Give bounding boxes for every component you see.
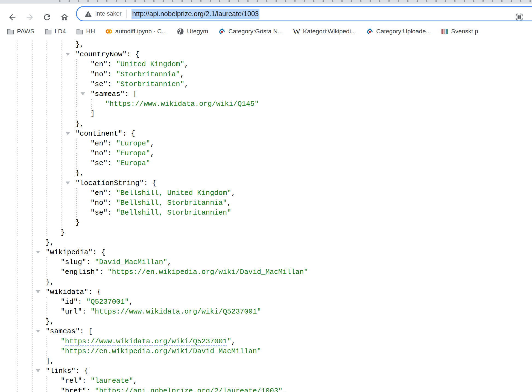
indent-guide xyxy=(32,40,33,392)
json-line: }, xyxy=(0,238,532,247)
json-key: "en" xyxy=(90,139,107,148)
wikipedia-icon: W xyxy=(293,28,300,35)
json-string-value: "https://www.wikidata.org/wiki/Q145" xyxy=(105,100,259,108)
json-string-value: " xyxy=(227,337,232,346)
bookmark-label: LD4 xyxy=(55,28,66,35)
collapse-toggle-icon[interactable] xyxy=(36,251,40,254)
barcode-icon xyxy=(441,28,448,35)
json-punctuation: : { xyxy=(122,130,135,138)
home-icon[interactable] xyxy=(60,13,69,22)
bookmark-item[interactable]: autodiff.ipynb - C... xyxy=(105,28,167,35)
json-line: "sameas": [ xyxy=(0,89,532,99)
json-punctuation: : xyxy=(107,139,116,148)
indent-guide xyxy=(91,99,92,113)
json-line: "en": "Bellshill, United Kingdom", xyxy=(0,188,532,198)
indent-guide xyxy=(76,139,77,173)
bookmark-item[interactable]: Svenskt p xyxy=(441,28,478,35)
json-punctuation: , xyxy=(282,387,287,392)
collapse-toggle-icon[interactable] xyxy=(66,132,70,135)
json-line: } xyxy=(0,218,532,227)
bookmark-item[interactable]: WKategori:Wikipedi... xyxy=(293,28,356,35)
indent-guide xyxy=(46,337,47,361)
json-url-link[interactable]: https://www.wikidata.org/wiki/Q5237001 xyxy=(65,337,227,346)
json-string-value: "David_MacMillan" xyxy=(95,258,167,266)
json-line: "countryNow": { xyxy=(0,49,532,59)
bookmark-item[interactable]: Category:Uploade... xyxy=(366,28,431,35)
collapse-toggle-icon[interactable] xyxy=(66,53,70,56)
warning-triangle-icon[interactable] xyxy=(84,10,92,17)
qr-code-icon[interactable] xyxy=(515,13,523,21)
json-punctuation: : [ xyxy=(80,327,93,335)
indent-guide xyxy=(62,40,62,232)
json-string-value: "https://api.nobelprize.org/2/laureate/1… xyxy=(95,387,283,392)
json-line: "continent": { xyxy=(0,129,532,139)
json-punctuation: , xyxy=(150,149,154,157)
reload-icon[interactable] xyxy=(42,13,52,22)
json-line: ] xyxy=(0,109,532,119)
bookmark-item[interactable]: LD4 xyxy=(45,28,66,35)
json-punctuation: : xyxy=(82,308,90,316)
bookmark-label: Category:Uploade... xyxy=(376,28,431,35)
forward-icon[interactable] xyxy=(25,13,34,22)
json-string-value: "Europe" xyxy=(116,139,150,148)
json-string-value: "Storbritannia" xyxy=(116,70,180,78)
json-punctuation: : xyxy=(99,268,107,276)
json-line: }, xyxy=(0,317,532,326)
json-punctuation: : xyxy=(107,60,116,68)
collapse-toggle-icon[interactable] xyxy=(66,182,70,185)
json-string-value: "laureate" xyxy=(90,377,133,385)
bookmark-item[interactable]: Utegym xyxy=(177,28,208,35)
json-line: "wikidata": { xyxy=(0,287,532,297)
json-string-value: "Bellshill, Storbritannien" xyxy=(116,209,231,217)
globe-icon xyxy=(177,28,184,35)
json-key: "no" xyxy=(90,70,107,78)
tab-strip xyxy=(0,0,532,4)
json-key: "href" xyxy=(61,387,86,392)
commons-icon xyxy=(218,28,226,35)
json-punctuation: , xyxy=(180,70,185,78)
collapse-toggle-icon[interactable] xyxy=(36,330,40,333)
json-line: "https://en.wikipedia.org/wiki/David_Mac… xyxy=(0,346,532,356)
json-line: "slug": "David_MacMillan", xyxy=(0,257,532,267)
back-icon[interactable] xyxy=(8,13,17,22)
json-key: "links" xyxy=(46,367,75,375)
folder-icon xyxy=(76,28,83,35)
browser-toolbar: Inte säker http://api.nobelprize.org/2.1… xyxy=(0,4,532,23)
json-punctuation: : { xyxy=(144,179,157,187)
json-punctuation: : xyxy=(82,377,90,385)
json-punctuation: : xyxy=(107,159,116,167)
json-line: } xyxy=(0,228,532,238)
json-key: "sameas" xyxy=(46,327,80,335)
json-punctuation: , xyxy=(167,258,172,266)
bookmarks-bar: PAWSLD4HHautodiff.ipynb - C...UtegymCate… xyxy=(0,23,532,40)
bookmark-item[interactable]: PAWS xyxy=(7,28,34,35)
json-viewer: },"countryNow": {"en": "United Kingdom",… xyxy=(0,40,532,392)
bookmark-item[interactable]: HH xyxy=(76,28,95,35)
json-line: ], xyxy=(0,356,532,366)
bookmark-item[interactable]: Category:Gösta N... xyxy=(218,28,283,35)
json-line: "no": "Bellshill, Storbritannia", xyxy=(0,198,532,208)
collapse-toggle-icon[interactable] xyxy=(36,369,40,372)
bookmark-label: PAWS xyxy=(17,28,34,35)
json-punctuation: , xyxy=(231,337,236,346)
address-bar[interactable]: Inte säker http://api.nobelprize.org/2.1… xyxy=(76,6,532,21)
json-punctuation: , xyxy=(150,139,154,148)
url-input[interactable]: http://api.nobelprize.org/2.1/laureate/1… xyxy=(131,9,260,19)
bookmark-label: HH xyxy=(86,28,95,35)
json-string-value: "Bellshill, Storbritannia" xyxy=(116,199,227,207)
bookmark-label: Kategori:Wikipedi... xyxy=(303,28,356,35)
json-line: "rel": "laureate", xyxy=(0,376,532,386)
json-line: "href": "https://api.nobelprize.org/2/la… xyxy=(0,386,532,392)
json-line: "sameas": [ xyxy=(0,326,532,336)
collapse-toggle-icon[interactable] xyxy=(36,290,40,293)
json-punctuation: : xyxy=(86,387,95,392)
json-string-value: "Storbritannien" xyxy=(116,80,185,88)
json-punctuation: , xyxy=(184,60,189,68)
json-line: "links": { xyxy=(0,366,532,376)
json-key: "en" xyxy=(90,189,107,197)
json-key: "wikipedia" xyxy=(46,248,93,256)
json-key: "url" xyxy=(61,308,82,316)
json-punctuation: : [ xyxy=(125,90,138,98)
collapse-toggle-icon[interactable] xyxy=(81,92,85,95)
security-label[interactable]: Inte säker xyxy=(95,10,122,17)
